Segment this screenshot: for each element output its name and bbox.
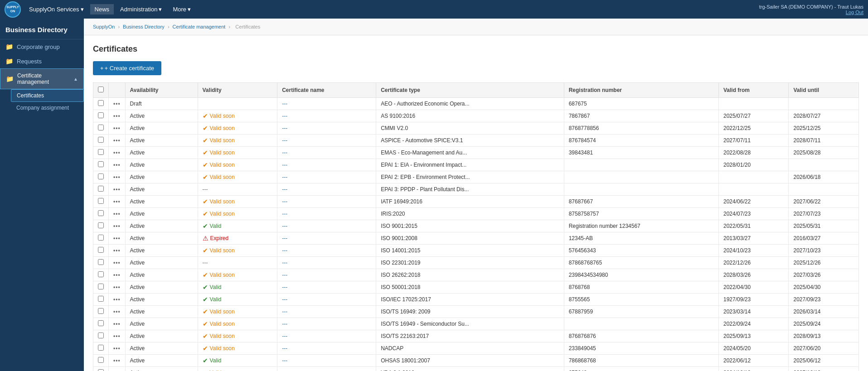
cert-name-link[interactable]: ---: [282, 296, 287, 303]
cert-name-link[interactable]: ---: [282, 125, 287, 131]
row-actions-button[interactable]: •••: [113, 357, 121, 364]
cert-name-link[interactable]: ---: [282, 235, 287, 241]
cert-name-link[interactable]: ---: [282, 321, 287, 327]
table-row: ••• Active ⚠ Expired --- ISO 9001:2008 1…: [93, 232, 859, 245]
row-checkbox[interactable]: [98, 173, 104, 179]
breadcrumb-supplyon[interactable]: SupplyOn: [93, 24, 115, 29]
select-all-checkbox[interactable]: [98, 87, 104, 92]
collapse-icon[interactable]: ▲: [73, 77, 78, 82]
sidebar-sub-item-certificates[interactable]: Certificates: [11, 89, 84, 102]
row-actions-button[interactable]: •••: [113, 186, 121, 193]
nav-supplyon-services[interactable]: SupplyOn Services ▾: [24, 4, 88, 14]
row-actions-button[interactable]: •••: [113, 345, 121, 352]
cert-name-link[interactable]: ---: [282, 137, 287, 144]
row-actions-button[interactable]: •••: [113, 162, 121, 168]
cert-name-link[interactable]: ---: [282, 198, 287, 205]
row-checkbox[interactable]: [98, 112, 104, 118]
row-actions-button[interactable]: •••: [113, 149, 121, 156]
cert-name-link[interactable]: ---: [282, 113, 287, 119]
row-checkbox[interactable]: [98, 222, 104, 228]
row-cert-type: ISO/TS 22163:2017: [376, 330, 564, 342]
row-validity: [198, 98, 277, 110]
row-actions-button[interactable]: •••: [113, 101, 121, 107]
cert-name-link[interactable]: ---: [282, 101, 287, 107]
row-actions-button[interactable]: •••: [113, 321, 121, 327]
logout-link[interactable]: Log Out: [846, 10, 863, 15]
sidebar-sub-item-company-assignment[interactable]: Company assignment: [11, 102, 84, 114]
table-row: ••• Active ✔ Valid soon --- AS 9100:2016…: [93, 110, 859, 122]
row-checkbox[interactable]: [98, 259, 104, 265]
row-checkbox[interactable]: [98, 137, 104, 143]
row-availability: Active: [125, 330, 198, 342]
app-logo[interactable]: SUPPLY ON: [5, 1, 21, 18]
cert-name-link[interactable]: ---: [282, 345, 287, 352]
cert-name-link[interactable]: ---: [282, 272, 287, 278]
cert-name-link[interactable]: ---: [282, 308, 287, 315]
row-actions-button[interactable]: •••: [113, 113, 121, 119]
nav-news[interactable]: News: [90, 4, 114, 14]
row-checkbox[interactable]: [98, 161, 104, 167]
cert-name-link[interactable]: ---: [282, 174, 287, 180]
row-checkbox[interactable]: [98, 100, 104, 106]
cert-name-link[interactable]: ---: [282, 284, 287, 290]
row-checkbox[interactable]: [98, 271, 104, 277]
cert-name-link[interactable]: ---: [282, 357, 287, 364]
breadcrumb-certificate-management[interactable]: Certificate management: [173, 24, 226, 29]
row-actions-button[interactable]: •••: [113, 211, 121, 217]
nav-administration[interactable]: Administration ▾: [116, 4, 166, 14]
row-checkbox[interactable]: [98, 296, 104, 302]
row-validity: ✔ Valid soon: [198, 208, 277, 220]
row-actions-button[interactable]: •••: [113, 223, 121, 229]
row-actions-button[interactable]: •••: [113, 198, 121, 205]
row-checkbox-cell: [93, 342, 109, 355]
expired-icon: ⚠: [203, 235, 209, 241]
row-reg-number: 12345-AB: [564, 232, 718, 245]
cert-name-link[interactable]: ---: [282, 247, 287, 254]
row-actions-button[interactable]: •••: [113, 333, 121, 339]
cert-name-link[interactable]: ---: [282, 162, 287, 168]
row-checkbox[interactable]: [98, 198, 104, 204]
breadcrumb-business-directory[interactable]: Business Directory: [123, 24, 165, 29]
row-checkbox[interactable]: [98, 332, 104, 338]
row-reg-number: 7867867: [564, 110, 718, 122]
sidebar-item-requests[interactable]: 📁 Requests: [0, 54, 84, 68]
row-checkbox[interactable]: [98, 320, 104, 326]
cert-name-link[interactable]: ---: [282, 149, 287, 156]
cert-name-link[interactable]: ---: [282, 223, 287, 229]
row-validity: ✔ Valid soon: [198, 147, 277, 159]
cert-name-link[interactable]: ---: [282, 186, 287, 193]
row-validity: ✔ Valid soon: [198, 159, 277, 171]
row-checkbox[interactable]: [98, 149, 104, 155]
row-checkbox[interactable]: [98, 345, 104, 351]
row-actions-button[interactable]: •••: [113, 247, 121, 254]
create-certificate-button[interactable]: + + Create certificate: [93, 61, 161, 75]
row-actions-button[interactable]: •••: [113, 125, 121, 131]
row-actions-button[interactable]: •••: [113, 174, 121, 180]
row-actions-button[interactable]: •••: [113, 272, 121, 278]
row-checkbox[interactable]: [98, 357, 104, 363]
cert-name-link[interactable]: ---: [282, 211, 287, 217]
row-cert-type: ISO/TS 16949 - Semiconductor Su...: [376, 318, 564, 330]
row-actions-button[interactable]: •••: [113, 296, 121, 303]
table-row: ••• Draft --- AEO - Authorized Economic …: [93, 98, 859, 110]
row-checkbox[interactable]: [98, 308, 104, 314]
row-actions-button[interactable]: •••: [113, 284, 121, 290]
cert-name-link[interactable]: ---: [282, 260, 287, 266]
row-actions-cell: •••: [109, 367, 126, 371]
sidebar-item-corporate-group[interactable]: 📁 Corporate group: [0, 39, 84, 54]
row-actions-button[interactable]: •••: [113, 235, 121, 241]
row-actions-button[interactable]: •••: [113, 308, 121, 315]
row-checkbox[interactable]: [98, 284, 104, 289]
cert-name-link[interactable]: ---: [282, 333, 287, 339]
row-checkbox[interactable]: [98, 235, 104, 241]
row-checkbox[interactable]: [98, 210, 104, 216]
row-checkbox[interactable]: [98, 125, 104, 130]
nav-more[interactable]: More ▾: [168, 4, 195, 14]
row-actions-button[interactable]: •••: [113, 260, 121, 266]
sidebar-item-certificate-management[interactable]: 📁 Certificate management ▲: [0, 68, 84, 89]
row-valid-until: 2027/07/23: [789, 208, 859, 220]
row-actions-button[interactable]: •••: [113, 137, 121, 144]
row-checkbox[interactable]: [98, 247, 104, 253]
row-checkbox[interactable]: [98, 186, 104, 192]
row-checkbox[interactable]: [98, 369, 104, 371]
